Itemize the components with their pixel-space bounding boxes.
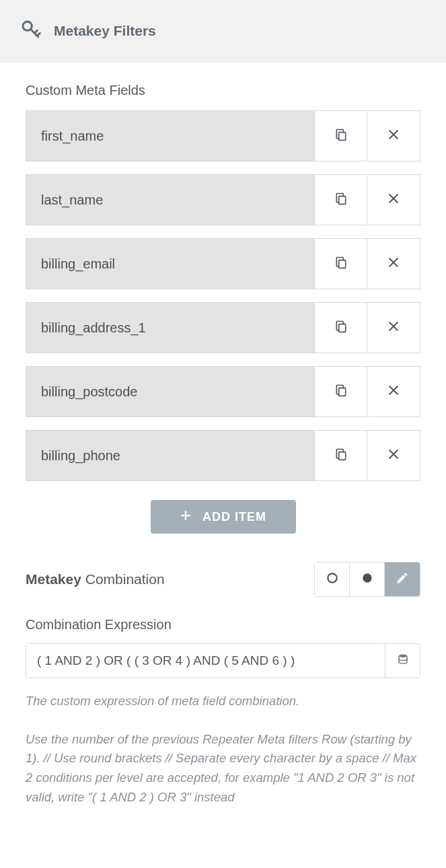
circle-outline-icon <box>326 571 339 587</box>
panel-header: Metakey Filters <box>0 0 446 63</box>
meta-field-row[interactable]: billing_phone <box>26 430 420 481</box>
svg-rect-6 <box>338 452 345 460</box>
svg-point-9 <box>399 655 407 658</box>
svg-rect-2 <box>338 196 345 205</box>
svg-rect-1 <box>338 133 345 141</box>
svg-point-8 <box>363 573 371 582</box>
duplicate-button[interactable] <box>315 239 367 289</box>
combination-mode-custom[interactable] <box>385 563 420 596</box>
svg-rect-4 <box>338 324 345 332</box>
expression-help-1: The custom expression of meta field comb… <box>26 692 420 711</box>
meta-field-name: last_name <box>26 175 315 225</box>
close-icon <box>387 192 400 208</box>
custom-meta-fields-label: Custom Meta Fields <box>26 83 420 98</box>
svg-rect-3 <box>338 260 345 268</box>
combination-mode-toggle <box>314 562 420 597</box>
duplicate-button[interactable] <box>315 367 367 417</box>
close-icon <box>387 320 400 336</box>
key-icon <box>20 19 42 43</box>
close-icon <box>387 447 400 464</box>
combination-mode-and[interactable] <box>350 563 385 596</box>
copy-icon <box>334 383 348 400</box>
plus-icon <box>180 509 192 525</box>
remove-button[interactable] <box>367 111 420 161</box>
remove-button[interactable] <box>367 431 420 480</box>
copy-icon <box>334 191 348 209</box>
close-icon <box>387 128 400 144</box>
svg-point-7 <box>328 573 336 582</box>
duplicate-button[interactable] <box>315 175 367 225</box>
close-icon <box>387 256 400 272</box>
meta-field-name: billing_address_1 <box>26 303 315 353</box>
close-icon <box>387 384 400 400</box>
meta-field-row[interactable]: first_name <box>26 110 420 161</box>
remove-button[interactable] <box>367 175 420 225</box>
circle-filled-icon <box>361 571 374 587</box>
copy-icon <box>334 447 348 464</box>
pencil-icon <box>396 571 409 587</box>
metakey-combination-label: Metakey Combination <box>26 571 165 587</box>
copy-icon <box>334 127 348 145</box>
remove-button[interactable] <box>367 239 420 289</box>
copy-icon <box>334 255 348 273</box>
duplicate-button[interactable] <box>315 431 367 480</box>
combination-mode-or[interactable] <box>315 563 350 596</box>
copy-icon <box>334 319 348 336</box>
duplicate-button[interactable] <box>315 111 367 161</box>
combination-expression-label: Combination Expression <box>26 617 420 632</box>
meta-field-list: first_name last_name <box>26 110 420 481</box>
add-item-label: ADD ITEM <box>202 510 266 524</box>
meta-field-name: first_name <box>26 111 315 161</box>
duplicate-button[interactable] <box>315 303 367 353</box>
svg-rect-5 <box>338 388 345 396</box>
add-item-button[interactable]: ADD ITEM <box>151 500 296 534</box>
remove-button[interactable] <box>367 303 420 353</box>
panel-title: Metakey Filters <box>54 23 156 39</box>
meta-field-name: billing_postcode <box>26 367 315 417</box>
meta-field-name: billing_phone <box>26 431 315 480</box>
meta-field-row[interactable]: last_name <box>26 174 420 225</box>
meta-field-row[interactable]: billing_postcode <box>26 366 420 417</box>
remove-button[interactable] <box>367 367 420 417</box>
combination-expression-input[interactable] <box>26 644 385 678</box>
expression-help-2: Use the number of the previous Repeater … <box>26 730 420 807</box>
expression-dynamic-button[interactable] <box>385 644 420 678</box>
database-icon <box>397 653 409 668</box>
meta-field-row[interactable]: billing_address_1 <box>26 302 420 353</box>
meta-field-name: billing_email <box>26 239 315 289</box>
meta-field-row[interactable]: billing_email <box>26 238 420 289</box>
